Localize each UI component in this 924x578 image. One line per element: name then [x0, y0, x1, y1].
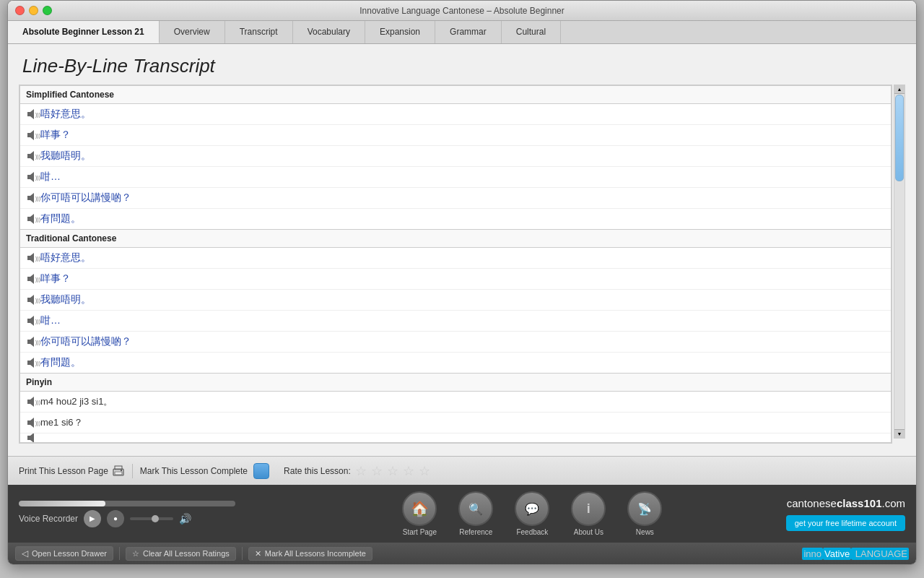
speaker-icon[interactable]: )))) [26, 335, 40, 349]
home-icon: 🏠 [402, 491, 437, 526]
transcript-text[interactable]: 咁… [40, 314, 61, 327]
star-3[interactable]: ☆ [387, 463, 398, 479]
svg-text:)))): )))) [35, 175, 40, 181]
pinyin-text: me1 si6？ [40, 416, 83, 429]
svg-rect-6 [27, 154, 30, 158]
progress-bar [19, 501, 105, 506]
main-content: Line-By-Line Transcript Simplified Canto… [8, 44, 916, 456]
svg-text:)))): )))) [35, 133, 40, 139]
svg-marker-4 [30, 130, 34, 140]
star-5[interactable]: ☆ [419, 463, 430, 479]
scrollbar-thumb[interactable] [895, 95, 904, 181]
speaker-icon[interactable]: )))) [26, 314, 40, 328]
speaker-icon[interactable]: )))) [26, 251, 40, 265]
transcript-text[interactable]: 咩事？ [40, 272, 71, 285]
transcript-text[interactable]: 我聽唔明。 [40, 150, 91, 163]
nav-item-news[interactable]: 📡 News [627, 491, 662, 536]
record-button[interactable]: ● [107, 510, 124, 527]
svg-text:)))): )))) [35, 420, 40, 426]
rate-section: Rate this Lesson: ☆ ☆ ☆ ☆ ☆ [284, 463, 430, 479]
table-row: )))) 你可唔可以講慢啲？ [20, 188, 891, 209]
transcript-text[interactable]: 我聽唔明。 [40, 293, 91, 306]
transcript-text[interactable]: 有問題。 [40, 212, 81, 225]
star-1[interactable]: ☆ [355, 463, 367, 479]
transcript-text[interactable]: 你可唔可以講慢啲？ [40, 335, 131, 348]
speaker-icon[interactable]: )))) [26, 128, 40, 142]
nav-label-news: News [636, 528, 654, 536]
speaker-icon[interactable] [26, 434, 40, 442]
tab-transcript[interactable]: Transcript [225, 21, 293, 43]
transcript-text[interactable]: 有問題。 [40, 356, 81, 369]
transcript-text[interactable]: 唔好意思。 [40, 251, 91, 264]
tab-vocabulary[interactable]: Vocabulary [293, 21, 365, 43]
svg-marker-10 [30, 172, 34, 182]
section-simplified: )))) 唔好意思。 )))) 咩事？ [19, 104, 892, 230]
svg-text:)))): )))) [35, 298, 40, 303]
progress-bar-container[interactable] [19, 501, 235, 506]
svg-rect-42 [27, 436, 30, 440]
table-row: )))) 有問題。 [20, 209, 891, 229]
mark-complete-button[interactable]: Mark This Lesson Complete [140, 463, 269, 479]
speaker-icon[interactable]: )))) [26, 355, 40, 370]
table-row: )))) 咩事？ [20, 269, 891, 290]
mark-complete-label: Mark This Lesson Complete [140, 466, 248, 476]
print-button[interactable]: Print This Lesson Page [19, 465, 125, 478]
scrollbar-track: ▲ ▼ [894, 85, 905, 439]
speaker-icon[interactable]: )))) [26, 212, 40, 226]
play-button[interactable]: ▶ [84, 510, 101, 527]
star-4[interactable]: ☆ [403, 463, 414, 479]
rate-label: Rate this Lesson: [284, 466, 351, 476]
svg-rect-21 [27, 277, 30, 281]
minimize-button[interactable] [29, 6, 38, 15]
volume-slider[interactable] [130, 517, 173, 520]
nav-item-about-us[interactable]: i About Us [571, 491, 606, 536]
section-header-traditional: Traditional Cantonese [19, 230, 892, 248]
tabs-row: Absolute Beginner Lesson 21 Overview Tra… [8, 21, 916, 44]
star-2[interactable]: ☆ [371, 463, 383, 479]
tab-grammar[interactable]: Grammar [435, 21, 502, 43]
speaker-icon[interactable]: )))) [26, 272, 40, 286]
speaker-icon[interactable]: )))) [26, 149, 40, 163]
complete-checkbox[interactable] [253, 463, 269, 479]
speaker-icon[interactable]: )))) [26, 191, 40, 205]
svg-rect-27 [27, 319, 30, 323]
transcript-text[interactable]: 咁… [40, 171, 61, 184]
svg-marker-1 [30, 109, 34, 119]
clear-ratings-button[interactable]: ☆ Clear All Lesson Ratings [126, 547, 236, 561]
nav-item-feedback[interactable]: 💬 Feedback [515, 491, 549, 536]
scroll-down-button[interactable]: ▼ [894, 429, 905, 438]
speaker-icon[interactable]: )))) [26, 170, 40, 184]
vbb-separator-1 [119, 547, 120, 560]
free-account-button[interactable]: get your free lifetime account [786, 515, 905, 531]
logo-language: LANGUAGE [851, 548, 909, 560]
maximize-button[interactable] [43, 6, 52, 15]
speaker-icon[interactable]: )))) [26, 293, 40, 307]
svg-marker-43 [30, 434, 34, 442]
transcript-text[interactable]: 你可唔可以講慢啲？ [40, 191, 131, 204]
nav-item-reference[interactable]: 🔍 Reference [458, 491, 493, 536]
table-row: )))) me1 si6？ [20, 413, 891, 434]
innovative-logo: innoVative LANGUAGE [802, 548, 909, 559]
svg-marker-25 [30, 295, 34, 305]
svg-text:)))): )))) [35, 256, 40, 262]
mark-incomplete-button[interactable]: ✕ Mark All Lessons Incomplete [248, 547, 372, 561]
speaker-icon[interactable]: )))) [26, 415, 40, 430]
svg-rect-0 [27, 112, 30, 116]
close-button[interactable] [15, 6, 25, 15]
section-pinyin: )))) m4 hou2 ji3 si1。 )))) me1 si6？ [19, 392, 892, 443]
tab-cultural[interactable]: Cultural [502, 21, 561, 43]
svg-marker-22 [30, 274, 34, 284]
transcript-text[interactable]: 咩事？ [40, 129, 71, 142]
tab-lesson[interactable]: Absolute Beginner Lesson 21 [8, 21, 160, 43]
open-drawer-button[interactable]: ◁ Open Lesson Drawer [15, 546, 113, 561]
tab-expansion[interactable]: Expansion [365, 21, 435, 43]
scroll-up-button[interactable]: ▲ [894, 85, 905, 94]
table-row: )))) 唔好意思。 [20, 248, 891, 269]
svg-text:)))): )))) [35, 217, 40, 223]
speaker-icon[interactable]: )))) [26, 107, 40, 121]
tab-overview[interactable]: Overview [160, 21, 225, 43]
speaker-icon[interactable]: )))) [26, 394, 40, 409]
nav-item-start-page[interactable]: 🏠 Start Page [402, 491, 437, 536]
transcript-text[interactable]: 唔好意思。 [40, 108, 91, 121]
svg-text:)))): )))) [35, 361, 40, 366]
